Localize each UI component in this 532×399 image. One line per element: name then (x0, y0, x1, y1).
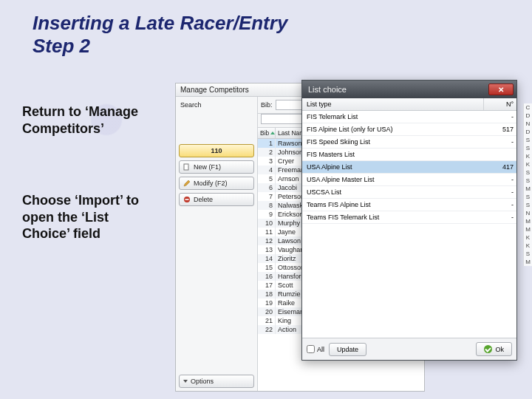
update-button[interactable]: Update (329, 343, 366, 356)
list-item-count: - (484, 111, 516, 123)
search-label: Search (179, 100, 254, 109)
delete-button[interactable]: Delete (179, 193, 254, 206)
list-item-label: USA Alpine Master List (302, 174, 484, 185)
svg-rect-2 (185, 199, 189, 200)
row-bib: 18 (258, 290, 276, 299)
edge-letter: M (524, 258, 532, 266)
row-bib: 16 (258, 272, 276, 281)
instruction-1: Return to ‘Manage Competitors’ (22, 103, 148, 137)
edge-letter: K (524, 152, 532, 160)
list-item-label: FIS Speed Skiing List (302, 136, 484, 148)
edge-letter: S (524, 201, 532, 209)
all-checkbox-label[interactable]: All (307, 345, 324, 353)
list-item-label: FIS Alpine List (only for USA) (302, 123, 484, 135)
row-bib: 7 (258, 192, 276, 201)
row-bib: 6 (258, 183, 276, 192)
row-bib: 11 (258, 228, 276, 236)
list-item[interactable]: USA Alpine Master List- (302, 174, 516, 186)
edge-letter: D (524, 112, 532, 120)
row-bib: 4 (258, 166, 276, 174)
close-button[interactable]: ✕ (488, 83, 514, 95)
list-choice-body: FIS Telemark List-FIS Alpine List (only … (302, 111, 516, 338)
all-checkbox[interactable] (307, 345, 315, 353)
list-item[interactable]: Teams FIS Alpine List- (302, 199, 516, 211)
row-bib: 1 (258, 139, 276, 148)
col-bib[interactable]: Bib (260, 129, 269, 137)
list-item-count (484, 149, 516, 160)
row-bib: 14 (258, 254, 276, 263)
title-line-1: Inserting a Late Racer/Entry (33, 12, 287, 34)
list-item-label: FIS Telemark List (302, 111, 484, 123)
ok-icon (484, 345, 492, 353)
edge-letter: K (524, 160, 532, 168)
edge-letter: S (524, 177, 532, 185)
row-bib: 17 (258, 281, 276, 290)
list-item-count: - (484, 186, 516, 198)
row-bib: 10 (258, 219, 276, 228)
edge-letter: S (524, 250, 532, 258)
edge-letter: S (524, 144, 532, 152)
edge-letter: S (524, 136, 532, 144)
list-item-label: FIS Masters List (302, 149, 484, 160)
list-item[interactable]: FIS Masters List (302, 149, 516, 161)
edge-letter: N (524, 120, 532, 128)
row-bib: 21 (258, 316, 276, 325)
title-line-2: Step 2 (33, 35, 90, 57)
list-item-label: USCSA List (302, 186, 484, 198)
new-icon (183, 163, 191, 171)
edge-letter: K (524, 242, 532, 250)
row-bib: 8 (258, 201, 276, 210)
edge-letter: M (524, 217, 532, 225)
new-button[interactable]: New (F1) (179, 160, 254, 174)
count-button[interactable]: 110 (179, 144, 254, 157)
list-choice-title: List choice (308, 85, 488, 94)
manage-left-panel: Search 110 New (F1) Modify (F2) Delete O… (176, 97, 257, 391)
ok-button[interactable]: Ok (476, 342, 512, 356)
list-choice-dialog: List choice ✕ List type N° FIS Telemark … (301, 80, 517, 361)
list-choice-titlebar[interactable]: List choice ✕ (302, 81, 516, 98)
edge-letter: C (524, 103, 532, 112)
delete-icon (183, 196, 191, 203)
list-item[interactable]: FIS Speed Skiing List- (302, 136, 516, 149)
chevron-down-icon (183, 380, 188, 383)
svg-rect-0 (184, 164, 188, 170)
list-item[interactable]: USA Alpine List417 (302, 161, 516, 174)
edge-letter: N (524, 209, 532, 217)
options-button[interactable]: Options (179, 375, 254, 388)
row-bib: 2 (258, 148, 276, 157)
modify-button[interactable]: Modify (F2) (179, 177, 254, 190)
row-bib: 15 (258, 263, 276, 272)
list-item-label: Teams FIS Alpine List (302, 199, 484, 211)
row-bib: 20 (258, 307, 276, 316)
list-choice-footer: All Update Ok (302, 338, 516, 360)
list-item[interactable]: FIS Telemark List- (302, 111, 516, 123)
list-item-count: - (484, 136, 516, 148)
col-list-n[interactable]: N° (484, 98, 516, 110)
row-bib: 5 (258, 174, 276, 183)
row-bib: 13 (258, 245, 276, 254)
edge-letter: S (524, 168, 532, 177)
row-bib: 9 (258, 210, 276, 219)
list-item-count: 517 (484, 123, 516, 135)
list-item[interactable]: Teams FIS Telemark List- (302, 211, 516, 224)
list-item-count: 417 (484, 161, 516, 173)
close-icon: ✕ (498, 86, 504, 94)
edge-letter: M (524, 225, 532, 233)
pencil-icon (183, 180, 191, 187)
page-title: Inserting a Late Racer/Entry Step 2 (33, 12, 287, 58)
list-item-label: USA Alpine List (302, 161, 484, 173)
col-list-type[interactable]: List type (302, 98, 484, 110)
edge-letter: S (524, 193, 532, 201)
list-item-label: Teams FIS Telemark List (302, 211, 484, 223)
row-bib: 12 (258, 236, 276, 245)
row-bib: 19 (258, 299, 276, 307)
list-item[interactable]: USCSA List- (302, 186, 516, 199)
edge-letter: M (524, 185, 532, 193)
row-bib: 22 (258, 325, 276, 334)
bib-label: Bib: (261, 101, 273, 109)
list-choice-header: List type N° (302, 98, 516, 111)
list-item[interactable]: FIS Alpine List (only for USA)517 (302, 123, 516, 136)
list-item-count: - (484, 199, 516, 211)
sort-asc-icon (270, 132, 275, 134)
row-bib: 3 (258, 157, 276, 166)
